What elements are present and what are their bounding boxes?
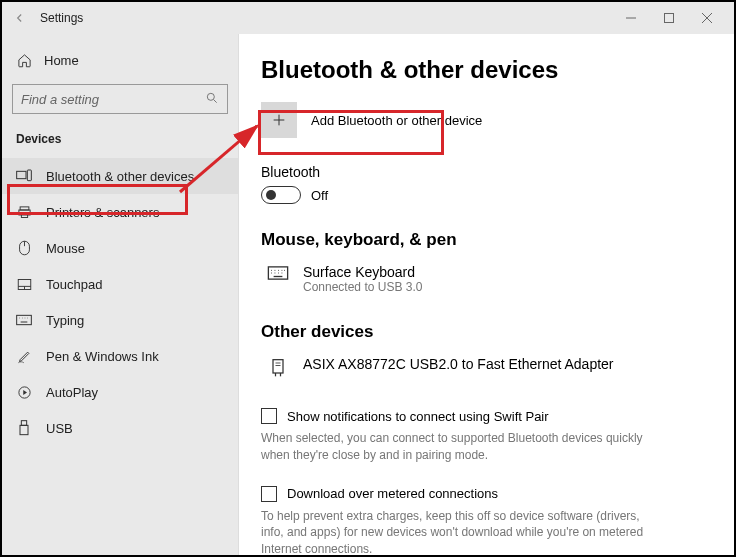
pen-icon: [16, 349, 32, 364]
adapter-icon: [267, 356, 289, 378]
keyboard-icon: [267, 264, 289, 280]
toggle-switch: [261, 186, 301, 204]
search-icon: [205, 91, 219, 108]
home-icon: [16, 53, 32, 68]
sidebar-item-typing[interactable]: Typing: [2, 302, 238, 338]
add-device-label: Add Bluetooth or other device: [311, 113, 482, 128]
close-button[interactable]: [688, 4, 726, 32]
sidebar-item-label: Pen & Windows Ink: [46, 349, 159, 364]
home-nav[interactable]: Home: [2, 42, 238, 78]
sidebar-item-mouse[interactable]: Mouse: [2, 230, 238, 266]
sidebar-item-label: USB: [46, 421, 73, 436]
mouse-icon: [16, 240, 32, 256]
sidebar-item-autoplay[interactable]: AutoPlay: [2, 374, 238, 410]
back-button[interactable]: [10, 8, 30, 28]
search-placeholder: Find a setting: [21, 92, 99, 107]
sidebar-item-label: AutoPlay: [46, 385, 98, 400]
checkbox-icon: [261, 408, 277, 424]
svg-rect-1: [665, 14, 674, 23]
device-ethernet-adapter[interactable]: ASIX AX88772C USB2.0 to Fast Ethernet Ad…: [261, 352, 712, 408]
devices-icon: [16, 169, 32, 183]
category-other-devices: Other devices: [261, 322, 712, 342]
autoplay-icon: [16, 385, 32, 400]
swift-pair-label: Show notifications to connect using Swif…: [287, 409, 549, 424]
keyboard-icon: [16, 314, 32, 326]
sidebar-item-label: Typing: [46, 313, 84, 328]
metered-checkbox[interactable]: Download over metered connections: [261, 486, 712, 502]
bluetooth-state: Off: [311, 188, 328, 203]
svg-rect-7: [27, 170, 31, 181]
sidebar-item-label: Printers & scanners: [46, 205, 159, 220]
bluetooth-label: Bluetooth: [261, 164, 712, 180]
checkbox-icon: [261, 486, 277, 502]
sidebar-item-label: Bluetooth & other devices: [46, 169, 194, 184]
metered-description: To help prevent extra charges, keep this…: [261, 508, 661, 555]
sidebar-item-bluetooth[interactable]: Bluetooth & other devices: [2, 158, 238, 194]
home-label: Home: [44, 53, 79, 68]
page-title: Bluetooth & other devices: [261, 56, 712, 84]
sidebar-item-touchpad[interactable]: Touchpad: [2, 266, 238, 302]
printer-icon: [16, 205, 32, 220]
sidebar: Home Find a setting Devices Bluetooth & …: [2, 34, 239, 555]
svg-rect-6: [17, 171, 26, 178]
svg-rect-23: [21, 421, 26, 426]
sidebar-item-label: Touchpad: [46, 277, 102, 292]
sidebar-section-label: Devices: [2, 124, 238, 152]
device-surface-keyboard[interactable]: Surface Keyboard Connected to USB 3.0: [261, 260, 712, 312]
swift-pair-description: When selected, you can connect to suppor…: [261, 430, 661, 464]
svg-rect-24: [20, 425, 28, 434]
touchpad-icon: [16, 278, 32, 291]
sidebar-item-usb[interactable]: USB: [2, 410, 238, 446]
maximize-button[interactable]: [650, 4, 688, 32]
minimize-button[interactable]: [612, 4, 650, 32]
device-status: Connected to USB 3.0: [303, 280, 422, 294]
add-device-button[interactable]: Add Bluetooth or other device: [261, 102, 712, 138]
usb-icon: [16, 420, 32, 436]
sidebar-item-pen[interactable]: Pen & Windows Ink: [2, 338, 238, 374]
category-mouse-keyboard-pen: Mouse, keyboard, & pen: [261, 230, 712, 250]
window-title: Settings: [40, 11, 83, 25]
device-name: ASIX AX88772C USB2.0 to Fast Ethernet Ad…: [303, 356, 614, 372]
svg-rect-16: [17, 315, 32, 324]
svg-line-5: [214, 99, 217, 102]
device-name: Surface Keyboard: [303, 264, 422, 280]
swift-pair-checkbox[interactable]: Show notifications to connect using Swif…: [261, 408, 712, 424]
metered-label: Download over metered connections: [287, 486, 498, 501]
plus-icon: [261, 102, 297, 138]
search-input[interactable]: Find a setting: [12, 84, 228, 114]
sidebar-item-printers[interactable]: Printers & scanners: [2, 194, 238, 230]
svg-rect-9: [18, 210, 29, 215]
svg-rect-10: [21, 213, 27, 217]
sidebar-item-label: Mouse: [46, 241, 85, 256]
svg-point-4: [207, 93, 214, 100]
main-content: Bluetooth & other devices Add Bluetooth …: [239, 34, 734, 555]
svg-rect-38: [273, 360, 283, 373]
bluetooth-toggle[interactable]: Off: [261, 186, 712, 204]
titlebar: Settings: [2, 2, 734, 34]
